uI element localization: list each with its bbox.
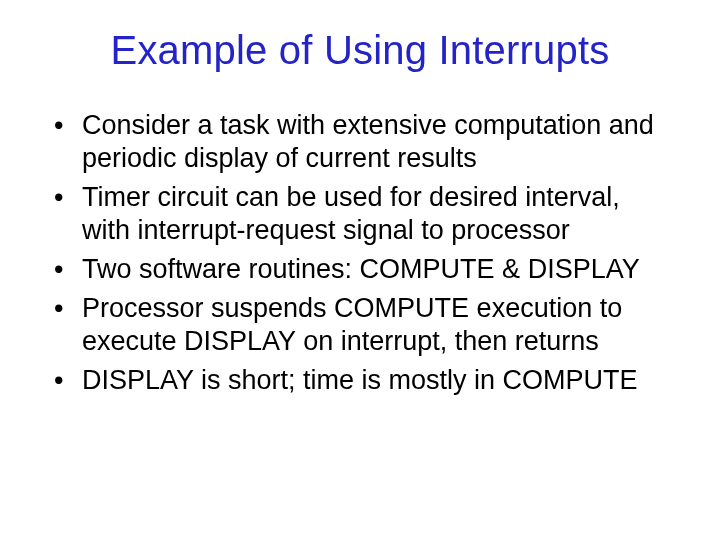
bullet-list: Consider a task with extensive computati… xyxy=(48,109,672,397)
list-item: Consider a task with extensive computati… xyxy=(48,109,672,175)
list-item: DISPLAY is short; time is mostly in COMP… xyxy=(48,364,672,397)
list-item: Processor suspends COMPUTE execution to … xyxy=(48,292,672,358)
list-item: Timer circuit can be used for desired in… xyxy=(48,181,672,247)
slide: Example of Using Interrupts Consider a t… xyxy=(0,0,720,540)
list-item: Two software routines: COMPUTE & DISPLAY xyxy=(48,253,672,286)
slide-title: Example of Using Interrupts xyxy=(48,28,672,73)
